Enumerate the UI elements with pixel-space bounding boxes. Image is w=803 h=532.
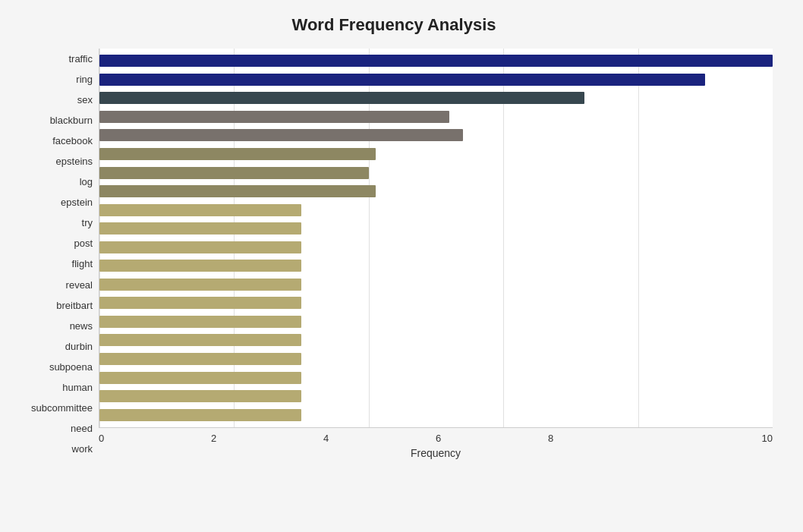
- y-axis-label: breitbart: [56, 301, 93, 310]
- bar: [99, 241, 301, 253]
- bar-row: [99, 387, 773, 406]
- bar-row: [99, 108, 773, 127]
- chart-area: trafficringsexblackburnfacebookepsteinsl…: [15, 49, 773, 459]
- y-axis-label: epstein: [61, 197, 93, 207]
- bar-row: [99, 313, 773, 332]
- bar: [99, 185, 376, 197]
- y-axis-label: log: [80, 177, 93, 187]
- bars-and-x: 0246810 Frequency: [99, 49, 773, 459]
- bar: [99, 148, 376, 160]
- y-axis-label: sex: [77, 95, 93, 105]
- bar-row: [99, 331, 773, 350]
- x-tick: 4: [323, 433, 436, 444]
- y-axis-label: subcommittee: [31, 403, 93, 413]
- y-axis-label: durbin: [65, 342, 93, 351]
- chart-container: Word Frequency Analysis trafficringsexbl…: [0, 0, 803, 532]
- bar: [99, 129, 463, 141]
- bar-row: [99, 126, 773, 145]
- y-axis-label: need: [71, 423, 93, 433]
- y-axis-label: try: [82, 218, 93, 228]
- bar: [99, 167, 369, 179]
- bar: [99, 222, 301, 235]
- bar: [99, 316, 301, 328]
- bar: [99, 353, 301, 365]
- bar-row: [99, 219, 773, 238]
- bar: [99, 74, 705, 86]
- bar: [99, 92, 584, 104]
- y-axis: trafficringsexblackburnfacebookepsteinsl…: [15, 49, 99, 459]
- bar-row: [99, 275, 773, 294]
- y-axis-label: epsteins: [56, 156, 93, 166]
- x-tick: 0: [99, 433, 211, 444]
- bars-wrapper: [99, 49, 773, 427]
- x-tick: 6: [436, 433, 548, 444]
- x-tick: 10: [660, 433, 773, 444]
- bar: [99, 55, 773, 67]
- y-axis-label: blackburn: [50, 115, 93, 125]
- bar-row: [99, 89, 773, 108]
- bar: [99, 409, 301, 421]
- bar: [99, 111, 449, 123]
- bar-row: [99, 294, 773, 313]
- bar-row: [99, 182, 773, 201]
- bar-row: [99, 52, 773, 71]
- bar: [99, 279, 301, 291]
- y-axis-label: reveal: [66, 280, 93, 290]
- bars-area: [99, 49, 773, 428]
- bar-row: [99, 405, 773, 424]
- bar: [99, 390, 301, 402]
- y-axis-label: human: [62, 382, 93, 392]
- bar-row: [99, 71, 773, 90]
- bar-row: [99, 257, 773, 275]
- bar-row: [99, 368, 773, 387]
- x-tick: 2: [211, 433, 323, 444]
- bar-row: [99, 350, 773, 369]
- x-axis: 0246810: [99, 428, 773, 444]
- y-axis-label: subpoena: [49, 362, 93, 372]
- y-axis-label: traffic: [68, 54, 93, 64]
- bar: [99, 372, 301, 384]
- bar-row: [99, 200, 773, 219]
- y-axis-label: work: [72, 444, 93, 454]
- bar: [99, 260, 301, 272]
- bar: [99, 297, 301, 309]
- y-axis-label: facebook: [52, 136, 93, 146]
- y-axis-label: flight: [72, 259, 93, 269]
- bar-row: [99, 163, 773, 182]
- chart-title: Word Frequency Analysis: [15, 15, 773, 35]
- y-axis-label: ring: [76, 74, 93, 84]
- bar: [99, 334, 301, 346]
- bar-row: [99, 145, 773, 164]
- y-axis-label: news: [70, 321, 93, 331]
- bar: [99, 204, 301, 216]
- bar-row: [99, 238, 773, 257]
- y-axis-label: post: [74, 238, 93, 248]
- x-tick: 8: [548, 433, 660, 444]
- x-axis-label: Frequency: [99, 447, 773, 459]
